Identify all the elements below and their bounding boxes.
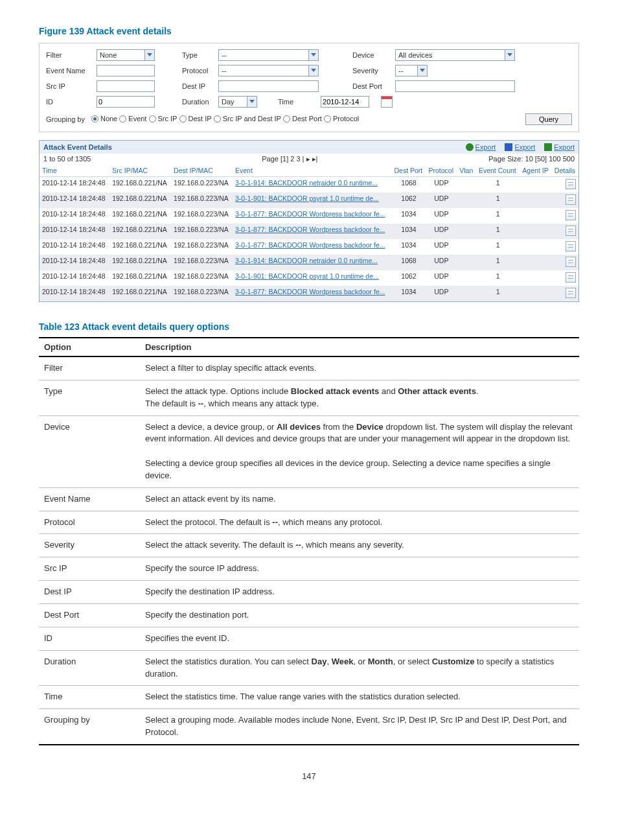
option-desc: Select the protocol. The default is --, … (140, 511, 579, 534)
export-link-2[interactable]: Export (505, 143, 535, 151)
opt-header-option: Option (39, 338, 140, 356)
grouping-radio-none[interactable]: None (91, 115, 117, 122)
option-name: Protocol (39, 511, 140, 534)
grouping-radio-event[interactable]: Event (119, 115, 146, 122)
pager[interactable]: Page [1] 2 3 | ▸ ▸| (91, 155, 488, 163)
table-row: 2010-12-14 18:24:48192.168.0.221/NA192.1… (40, 286, 578, 301)
event-link[interactable]: 3-0-1-877: BACKDOOR Wordpress backdoor f… (235, 241, 385, 249)
col-header: Event Count (476, 165, 520, 177)
opt-header-desc: Description (140, 338, 579, 356)
query-button[interactable]: Query (525, 113, 572, 125)
details-icon[interactable] (566, 241, 576, 251)
protocol-label: Protocol (182, 67, 214, 75)
duration-select[interactable]: Day (218, 96, 257, 108)
table-row: 2010-12-14 18:24:48192.168.0.221/NA192.1… (40, 255, 578, 270)
option-name: Dest Port (39, 603, 140, 627)
page-size[interactable]: Page Size: 10 [50] 100 500 (488, 155, 575, 163)
event-link[interactable]: 3-0-1-914: BACKDOOR netraider 0.0 runtim… (235, 257, 378, 264)
filter-select[interactable]: None (97, 49, 155, 61)
destport-input[interactable] (395, 80, 515, 92)
option-name: Dest IP (39, 581, 140, 604)
event-link[interactable]: 3-0-1-914: BACKDOOR netraider 0.0 runtim… (235, 179, 378, 187)
option-name: Device (39, 415, 140, 487)
destip-label: Dest IP (182, 82, 214, 90)
srcip-input[interactable] (97, 80, 155, 92)
time-label: Time (278, 98, 293, 106)
option-desc: Specify the source IP address. (140, 557, 579, 581)
event-link[interactable]: 3-0-1-901: BACKDOOR psyrat 1.0 runtime d… (235, 194, 379, 202)
option-desc: Select a grouping mode. Available modes … (140, 709, 579, 745)
grouping-radio-dest-port[interactable]: Dest Port (283, 115, 322, 122)
col-header: Details (552, 165, 578, 177)
id-label: ID (46, 98, 93, 106)
option-desc: Specify the destination port. (140, 603, 579, 627)
grouping-radio-src-ip-and-dest-ip[interactable]: Src IP and Dest IP (214, 115, 281, 122)
row-count: 1 to 50 of 1305 (43, 155, 91, 163)
col-header: Protocol (426, 165, 457, 177)
details-icon[interactable] (566, 179, 576, 189)
details-icon[interactable] (566, 288, 576, 298)
table-row: 2010-12-14 18:24:48192.168.0.221/NA192.1… (40, 239, 578, 255)
filter-label: Filter (46, 51, 93, 59)
page-number: 147 (39, 771, 579, 781)
duration-label: Duration (182, 98, 214, 106)
eventname-input[interactable] (97, 65, 155, 76)
col-header: Agent IP (520, 165, 551, 177)
col-header: Event (233, 165, 391, 177)
details-icon[interactable] (566, 257, 576, 267)
events-table: TimeSrc IP/MACDest IP/MACEventDest PortP… (40, 165, 578, 301)
table-row: 2010-12-14 18:24:48192.168.0.221/NA192.1… (40, 224, 578, 239)
time-input[interactable] (321, 96, 369, 108)
event-link[interactable]: 3-0-1-877: BACKDOOR Wordpress backdoor f… (235, 210, 385, 218)
event-link[interactable]: 3-0-1-877: BACKDOOR Wordpress backdoor f… (235, 226, 385, 233)
option-desc: Select the statistics time. The value ra… (140, 686, 579, 709)
calendar-icon[interactable] (381, 96, 393, 108)
severity-label: Severity (352, 67, 391, 75)
col-header: Dest Port (391, 165, 426, 177)
option-name: Grouping by (39, 709, 140, 745)
option-desc: Select a device, a device group, or All … (140, 415, 579, 487)
details-title: Attack Event Details (43, 143, 112, 151)
option-desc: Specify the destination IP address. (140, 581, 579, 604)
option-desc: Specifies the event ID. (140, 627, 579, 650)
type-select[interactable]: -- (218, 49, 319, 61)
filter-panel: Filter None Type -- Device All devices E… (39, 43, 579, 132)
option-desc: Select the attack severity. The default … (140, 534, 579, 557)
grouping-radio-dest-ip[interactable]: Dest IP (179, 115, 212, 122)
grouping-radio-src-ip[interactable]: Src IP (149, 115, 177, 122)
figure-title: Figure 139 Attack event details (39, 26, 579, 36)
option-desc: Select the statistics duration. You can … (140, 650, 579, 686)
grouping-radio-protocol[interactable]: Protocol (324, 115, 359, 122)
event-link[interactable]: 3-0-1-877: BACKDOOR Wordpress backdoor f… (235, 288, 385, 296)
details-icon[interactable] (566, 210, 576, 220)
destport-label: Dest Port (352, 82, 391, 90)
option-name: Time (39, 686, 140, 709)
table-row: 2010-12-14 18:24:48192.168.0.221/NA192.1… (40, 192, 578, 208)
protocol-select[interactable]: -- (218, 65, 319, 76)
col-header: Src IP/MAC (109, 165, 171, 177)
id-input[interactable] (97, 96, 155, 108)
table-row: 2010-12-14 18:24:48192.168.0.221/NA192.1… (40, 270, 578, 286)
eventname-label: Event Name (46, 67, 93, 75)
options-table: Option Description FilterSelect a filter… (39, 337, 579, 745)
severity-select[interactable]: -- (395, 65, 428, 76)
option-desc: Select the attack type. Options include … (140, 380, 579, 415)
event-link[interactable]: 3-0-1-901: BACKDOOR psyrat 1.0 runtime d… (235, 272, 379, 280)
table-row: 2010-12-14 18:24:48192.168.0.221/NA192.1… (40, 177, 578, 193)
export-link-1[interactable]: Export (466, 143, 496, 151)
option-name: ID (39, 627, 140, 650)
details-icon[interactable] (566, 194, 576, 205)
export-link-3[interactable]: Export (544, 143, 575, 151)
option-name: Duration (39, 650, 140, 686)
destip-input[interactable] (218, 80, 319, 92)
details-icon[interactable] (566, 226, 576, 236)
device-select[interactable]: All devices (395, 49, 515, 61)
type-label: Type (182, 51, 214, 59)
option-name: Event Name (39, 487, 140, 511)
option-desc: Select an attack event by its name. (140, 487, 579, 511)
details-icon[interactable] (566, 272, 576, 283)
device-label: Device (352, 51, 391, 59)
grouping-label: Grouping by (46, 115, 85, 123)
table-row: 2010-12-14 18:24:48192.168.0.221/NA192.1… (40, 208, 578, 224)
srcip-label: Src IP (46, 82, 93, 90)
